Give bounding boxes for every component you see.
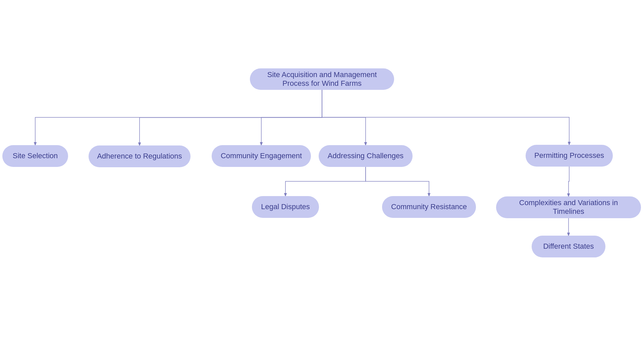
node-root: Site Acquisition and Management Process …	[250, 68, 394, 90]
connection-root-permitting	[322, 90, 569, 145]
node-communityResistance: Community Resistance	[382, 196, 476, 218]
node-complexities: Complexities and Variations in Timelines	[496, 196, 641, 218]
node-permitting: Permitting Processes	[526, 145, 613, 167]
connections-svg	[0, 0, 644, 362]
connection-root-community	[261, 90, 322, 145]
connection-permitting-complexities	[569, 167, 569, 196]
node-addressing: Addressing Challenges	[319, 145, 413, 167]
connection-root-siteSelection	[35, 90, 322, 145]
connection-root-addressing	[322, 90, 366, 145]
node-siteSelection: Site Selection	[2, 145, 68, 167]
node-adherence: Adherence to Regulations	[89, 145, 191, 167]
connection-addressing-communityResistance	[366, 167, 429, 196]
node-differentStates: Different States	[532, 236, 605, 257]
connection-addressing-legalDisputes	[285, 167, 366, 196]
node-community: Community Engagement	[212, 145, 311, 167]
diagram-container: Site Acquisition and Management Process …	[0, 0, 644, 362]
connection-root-adherence	[140, 90, 322, 145]
node-legalDisputes: Legal Disputes	[252, 196, 319, 218]
